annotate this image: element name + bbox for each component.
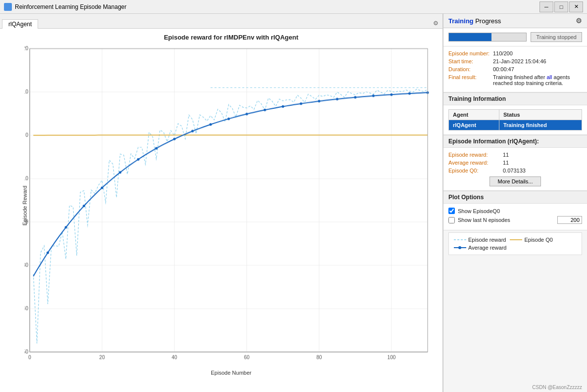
legend-q0-label: Episode Q0 xyxy=(524,237,552,243)
final-result-label: Final result: xyxy=(448,74,493,80)
chart-canvas xyxy=(25,44,438,367)
close-button[interactable]: ✕ xyxy=(569,1,583,12)
agent-status-cell: Training finished xyxy=(499,120,582,131)
legend-q0-line xyxy=(510,237,522,242)
progress-section: Training stopped xyxy=(443,28,587,46)
status-col-header: Status xyxy=(499,110,582,120)
watermark: CSDN @EasonZzzzzz xyxy=(443,383,587,392)
left-panel: rlQAgent ⚙ Episode reward for rlMDPEnv w… xyxy=(0,14,443,392)
progress-bar-container xyxy=(448,33,527,42)
progress-word: Progress xyxy=(475,17,501,25)
agent-col-header: Agent xyxy=(449,110,499,120)
legend-avg-line xyxy=(454,245,466,250)
start-time-label: Start time: xyxy=(448,58,493,64)
training-progress-title: Training Progress xyxy=(448,17,501,25)
progress-row: Training stopped xyxy=(448,32,582,42)
show-episodeq0-checkbox[interactable] xyxy=(448,208,455,214)
show-episodeq0-row: Show EpisodeQ0 xyxy=(448,208,582,214)
final-result-value: Training finished after all agents reach… xyxy=(493,74,582,86)
show-episodeq0-label: Show EpisodeQ0 xyxy=(458,208,500,214)
final-result-row: Final result: Training finished after al… xyxy=(448,74,582,86)
episode-number-row: Episode number: 110/200 xyxy=(448,50,582,56)
plot-options-header: Plot Options xyxy=(443,191,587,204)
training-info-section: Agent Status rlQAgent Training finished xyxy=(443,105,587,135)
legend-section: Episode reward Episode Q0 Average reward xyxy=(448,232,582,255)
legend-row-2: Average reward xyxy=(454,245,577,251)
episode-reward-value: 11 xyxy=(503,152,509,158)
average-reward-value: 11 xyxy=(503,160,509,166)
title-bar-left: Reinforcement Learning Episode Manager xyxy=(4,3,126,11)
maximize-button[interactable]: □ xyxy=(554,1,568,12)
episode-q0-label: Episode Q0: xyxy=(448,168,503,174)
episode-info-header: Episode Information (rlQAgent): xyxy=(443,135,587,148)
start-time-value: 21-Jan-2022 15:04:46 xyxy=(493,58,582,64)
average-reward-row: Average reward: 11 xyxy=(448,160,582,166)
duration-value: 00:00:47 xyxy=(493,66,582,72)
episode-q0-value: 0.073133 xyxy=(503,168,526,174)
chart-title: Episode reward for rlMDPEnv with rlQAgen… xyxy=(25,34,438,41)
chart-wrapper: Episode Reward Episode Number xyxy=(25,44,438,367)
training-stopped-button[interactable]: Training stopped xyxy=(531,32,582,42)
y-axis-label: Episode Reward xyxy=(22,185,28,225)
agent-table: Agent Status rlQAgent Training finished xyxy=(448,109,582,131)
legend-average-reward: Average reward xyxy=(454,245,506,251)
duration-row: Duration: 00:00:47 xyxy=(448,66,582,72)
agent-name-cell: rlQAgent xyxy=(449,120,499,131)
tab-rlqagent[interactable]: rlQAgent xyxy=(2,19,38,29)
more-details-button[interactable]: More Details... xyxy=(489,176,541,186)
main-container: rlQAgent ⚙ Episode reward for rlMDPEnv w… xyxy=(0,14,587,392)
legend-row: Episode reward Episode Q0 xyxy=(454,237,577,243)
n-episodes-input[interactable] xyxy=(557,216,582,224)
info-section: Episode number: 110/200 Start time: 21-J… xyxy=(443,46,587,92)
show-last-n-row: Show last N episodes xyxy=(448,216,582,224)
training-word: Training xyxy=(448,17,474,25)
start-time-row: Start time: 21-Jan-2022 15:04:46 xyxy=(448,58,582,64)
legend-average-reward-label: Average reward xyxy=(468,245,506,251)
legend-episode-q0: Episode Q0 xyxy=(510,237,552,243)
right-panel-gear-icon[interactable]: ⚙ xyxy=(576,17,582,25)
right-panel-header: Training Progress ⚙ xyxy=(443,14,587,28)
table-row[interactable]: rlQAgent Training finished xyxy=(449,120,582,131)
episode-number-label: Episode number: xyxy=(448,50,493,56)
episode-q0-row: Episode Q0: 0.073133 xyxy=(448,168,582,174)
legend-episode-reward-line xyxy=(454,237,466,242)
chart-area: Episode reward for rlMDPEnv with rlQAgen… xyxy=(0,29,442,392)
svg-point-3 xyxy=(458,246,461,249)
training-info-header: Training Information xyxy=(443,92,587,105)
average-reward-label: Average reward: xyxy=(448,160,503,166)
duration-label: Duration: xyxy=(448,66,493,72)
episode-number-value: 110/200 xyxy=(493,50,582,56)
title-bar: Reinforcement Learning Episode Manager ─… xyxy=(0,0,587,14)
x-axis-label: Episode Number xyxy=(25,370,438,376)
legend-episode-reward: Episode reward xyxy=(454,237,506,243)
progress-bar-fill xyxy=(449,33,491,41)
all-link: all xyxy=(546,74,552,80)
tab-bar: rlQAgent ⚙ xyxy=(0,14,442,29)
plot-options-section: Show EpisodeQ0 Show last N episodes xyxy=(443,204,587,230)
app-title: Reinforcement Learning Episode Manager xyxy=(15,3,126,10)
episode-reward-label: Episode reward: xyxy=(448,152,503,158)
legend-episode-reward-label: Episode reward xyxy=(468,237,506,243)
window-controls[interactable]: ─ □ ✕ xyxy=(539,1,583,12)
show-last-n-checkbox[interactable] xyxy=(448,217,455,223)
right-panel: Training Progress ⚙ Training stopped Epi… xyxy=(443,14,587,392)
minimize-button[interactable]: ─ xyxy=(539,1,553,12)
app-icon xyxy=(4,3,12,11)
episode-info-section: Episode reward: 11 Average reward: 11 Ep… xyxy=(443,148,587,191)
show-last-n-label: Show last N episodes xyxy=(458,217,510,223)
tab-gear-icon[interactable]: ⚙ xyxy=(431,18,440,28)
episode-reward-row: Episode reward: 11 xyxy=(448,152,582,158)
